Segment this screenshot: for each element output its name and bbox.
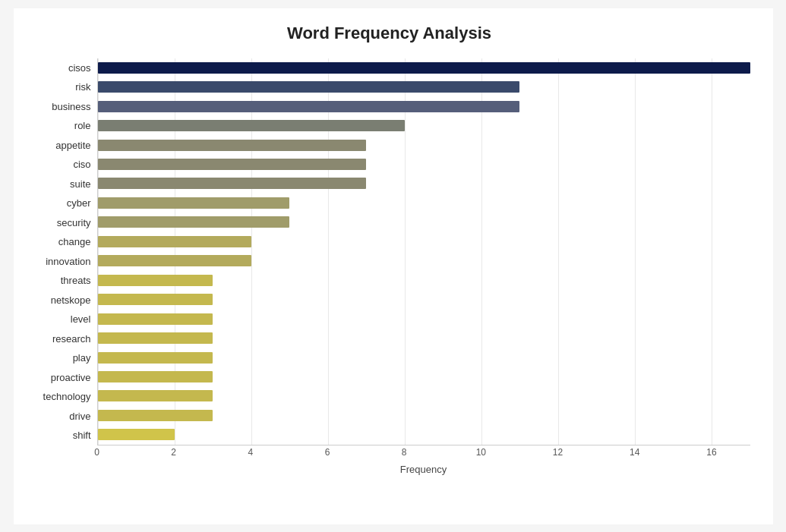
x-tick: 2 — [171, 447, 176, 458]
bar — [98, 120, 405, 131]
bar-row — [98, 290, 750, 309]
chart-container: Word Frequency Analysis cisosriskbusines… — [14, 8, 773, 524]
x-ticks: 0246810121416 — [97, 445, 750, 461]
bar-row — [98, 232, 750, 251]
bar — [98, 62, 750, 74]
x-tick: 8 — [402, 447, 407, 458]
chart-title: Word Frequency Analysis — [29, 24, 750, 43]
bar-row — [98, 309, 750, 328]
bar-row — [98, 348, 750, 367]
y-label: cyber — [29, 194, 97, 213]
y-label: level — [29, 310, 97, 329]
bar — [98, 101, 520, 112]
x-tick: 14 — [630, 447, 639, 458]
bar-row — [98, 96, 750, 115]
y-label: research — [29, 329, 97, 349]
bar-row — [98, 155, 750, 174]
bar — [98, 140, 367, 151]
x-tick: 10 — [476, 447, 486, 458]
bar — [98, 236, 251, 247]
y-label: play — [29, 348, 97, 368]
bar — [98, 390, 213, 401]
x-tick: 12 — [553, 447, 563, 458]
bar-row — [98, 58, 750, 77]
y-label: change — [29, 232, 97, 252]
bar-row — [98, 212, 750, 231]
bar — [98, 178, 367, 189]
bar — [98, 159, 367, 170]
bar — [98, 216, 290, 228]
y-label: risk — [29, 77, 97, 97]
y-labels: cisosriskbusinessroleappetitecisosuitecy… — [29, 58, 97, 445]
bar — [98, 197, 290, 209]
x-tick: 4 — [248, 447, 254, 458]
x-axis: 0246810121416 Frequency — [97, 445, 750, 476]
x-tick: 6 — [325, 447, 330, 458]
bar — [98, 410, 213, 421]
bar — [98, 352, 213, 364]
bar — [98, 313, 213, 325]
x-axis-label: Frequency — [97, 464, 750, 475]
y-label: technology — [29, 387, 97, 407]
y-label: security — [29, 213, 97, 233]
bar — [98, 81, 520, 93]
bar-row — [98, 251, 750, 270]
bar — [98, 294, 213, 305]
y-label: proactive — [29, 368, 97, 388]
bar-row — [98, 135, 750, 154]
bar — [98, 332, 213, 344]
bars-section: cisosriskbusinessroleappetitecisosuitecy… — [29, 58, 750, 445]
bar — [98, 429, 175, 440]
y-label: role — [29, 116, 97, 136]
bar — [98, 255, 251, 266]
bar-row — [98, 406, 750, 425]
bar-row — [98, 194, 750, 212]
x-tick: 16 — [706, 447, 716, 458]
y-label: cisos — [29, 58, 97, 78]
bar-row — [98, 367, 750, 386]
bar-row — [98, 116, 750, 135]
chart-area: cisosriskbusinessroleappetitecisosuitecy… — [29, 58, 750, 476]
bar-row — [98, 174, 750, 193]
bar-row — [98, 329, 750, 348]
y-label: threats — [29, 271, 97, 291]
bar-row — [98, 386, 750, 405]
y-label: appetite — [29, 136, 97, 156]
y-label: suite — [29, 175, 97, 194]
x-tick: 0 — [94, 447, 99, 458]
y-label: ciso — [29, 155, 97, 175]
bar-row — [98, 270, 750, 289]
y-label: innovation — [29, 252, 97, 272]
bars-wrapper — [98, 58, 750, 445]
plot-area — [97, 58, 750, 445]
bar-row — [98, 77, 750, 96]
y-label: business — [29, 97, 97, 117]
y-label: netskope — [29, 291, 97, 310]
y-label: shift — [29, 426, 97, 445]
y-label: drive — [29, 407, 97, 427]
bar-row — [98, 425, 750, 444]
bar — [98, 371, 213, 382]
bar — [98, 275, 213, 286]
